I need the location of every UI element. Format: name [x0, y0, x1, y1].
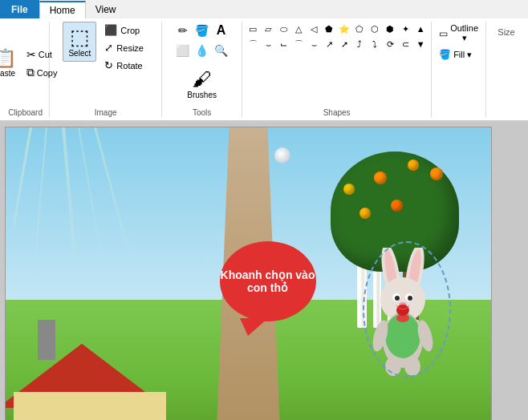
canvas-area: Khoanh chọn vào con thỏ — [0, 122, 528, 420]
shape-hexa2[interactable]: ⬢ — [383, 22, 397, 36]
shape-arc3[interactable]: ⌙ — [276, 37, 290, 51]
shape-ellipse[interactable]: ⬭ — [276, 22, 290, 36]
shape-para[interactable]: ▱ — [261, 22, 275, 36]
image-group: ⬚ Select ⬛ Crop ⤢ Resize ↻ Rotate — [50, 22, 162, 117]
crop-label: Crop — [120, 26, 140, 35]
shape-curve1[interactable]: ⌒ — [291, 37, 306, 51]
shape-hexa[interactable]: ⬡ — [368, 22, 382, 36]
outline-icon: ▭ — [439, 28, 448, 39]
shape-arc2[interactable]: ⌣ — [261, 37, 275, 51]
paint-canvas[interactable]: Khoanh chọn vào con thỏ — [5, 127, 492, 420]
dropper-button[interactable]: 💧 — [193, 42, 211, 59]
shape-diamond[interactable]: ⬟ — [322, 22, 336, 36]
tools-top-row: ✏ 🪣 A — [174, 22, 230, 39]
brushes-label: Brushes — [187, 91, 217, 99]
fill-button[interactable]: 🪣 — [193, 22, 211, 39]
fill-label: Fill ▾ — [453, 50, 472, 60]
shape-arrow2[interactable]: ➚ — [337, 37, 351, 51]
image-label: Image — [95, 106, 117, 117]
rotate-button[interactable]: ↻ Rotate — [100, 57, 148, 74]
eraser-button[interactable]: ⬜ — [174, 42, 192, 59]
paste-button[interactable]: 📋 Paste — [0, 44, 21, 84]
shape-triangle[interactable]: △ — [291, 22, 306, 36]
shape-rtriangle[interactable]: ◁ — [307, 22, 321, 36]
magnify-button[interactable]: 🔍 — [213, 42, 230, 59]
shape-curve2[interactable]: ⌣ — [307, 37, 321, 51]
size-group: Size — [486, 22, 526, 117]
text-button[interactable]: A — [213, 22, 230, 39]
size-label: Size — [498, 25, 514, 37]
shape-rotate[interactable]: ⟳ — [383, 37, 397, 51]
shape-arrow3[interactable]: ⤴ — [352, 37, 367, 51]
resize-icon: ⤢ — [104, 42, 113, 54]
outline-fill-group: ▭ Outline ▾ 🪣 Fill ▾ — [432, 22, 486, 117]
tools-label: Tools — [193, 106, 211, 117]
shape-arc1[interactable]: ⌒ — [246, 37, 260, 51]
shape-star4[interactable]: ✦ — [398, 22, 412, 36]
select-icon: ⬚ — [70, 26, 90, 47]
fill-icon: 🪣 — [439, 49, 451, 60]
resize-button[interactable]: ⤢ Resize — [100, 39, 148, 56]
image-actions: ⬛ Crop ⤢ Resize ↻ Rotate — [100, 22, 148, 74]
tools-bottom-row: ⬜ 💧 🔍 — [174, 42, 230, 59]
shape-penta[interactable]: ⬠ — [352, 22, 367, 36]
cut-icon: ✂ — [26, 48, 36, 61]
scene: Khoanh chọn vào con thỏ — [6, 127, 491, 420]
shape-scroll-dn[interactable]: ▼ — [413, 37, 428, 51]
clipboard-group: 📋 Paste ✂ Cut ⧉ Copy Clipboard — [2, 22, 50, 117]
selection-circle — [363, 241, 451, 378]
shape-subset[interactable]: ⊂ — [398, 37, 412, 51]
crop-icon: ⬛ — [104, 24, 117, 36]
shapes-label: Shapes — [246, 106, 428, 117]
tab-file[interactable]: File — [0, 0, 39, 18]
outline-label: Outline ▾ — [450, 23, 478, 43]
copy-icon: ⧉ — [26, 66, 35, 79]
shapes-grid: ▭ ▱ ⬭ △ ◁ ⬟ ⭐ ⬠ ⬡ ⬢ ✦ ▲ ⌒ ⌣ ⌙ ⌒ ⌣ — [246, 22, 428, 51]
shapes-group: ▭ ▱ ⬭ △ ◁ ⬟ ⭐ ⬠ ⬡ ⬢ ✦ ▲ ⌒ ⌣ ⌙ ⌒ ⌣ — [242, 22, 432, 117]
shape-arrow4[interactable]: ⤵ — [368, 37, 382, 51]
sun-rays — [14, 127, 134, 288]
rotate-icon: ↻ — [104, 59, 113, 71]
clipboard-label: Clipboard — [8, 106, 43, 117]
brushes-button[interactable]: 🖌 Brushes — [180, 62, 224, 106]
select-button[interactable]: ⬚ Select — [63, 22, 96, 62]
paste-label: Paste — [0, 69, 15, 78]
rotate-label: Rotate — [116, 61, 142, 71]
shape-rect[interactable]: ▭ — [246, 22, 260, 36]
resize-label: Resize — [116, 43, 144, 53]
paste-icon: 📋 — [0, 50, 16, 67]
crop-button[interactable]: ⬛ Crop — [100, 22, 148, 38]
tab-view[interactable]: View — [86, 0, 126, 18]
fill-color-button[interactable]: 🪣 Fill ▾ — [435, 47, 482, 62]
shape-star5[interactable]: ⭐ — [337, 22, 351, 36]
tools-group: ✏ 🪣 A ⬜ 💧 🔍 🖌 Brushes Tools — [162, 22, 242, 117]
brushes-icon: 🖌 — [193, 68, 212, 91]
speech-bubble: Khoanh chọn vào con thỏ — [220, 241, 316, 321]
speech-text: Khoanh chọn vào con thỏ — [220, 269, 316, 294]
shape-scroll-up[interactable]: ▲ — [413, 22, 428, 36]
tab-home[interactable]: Home — [39, 1, 86, 18]
shapes-content: ▭ ▱ ⬭ △ ◁ ⬟ ⭐ ⬠ ⬡ ⬢ ✦ ▲ ⌒ ⌣ ⌙ ⌒ ⌣ — [246, 22, 428, 106]
outline-button[interactable]: ▭ Outline ▾ — [435, 22, 482, 45]
shape-arrow1[interactable]: ↗ — [322, 37, 336, 51]
select-label: Select — [68, 49, 91, 58]
pencil-button[interactable]: ✏ — [174, 22, 192, 39]
